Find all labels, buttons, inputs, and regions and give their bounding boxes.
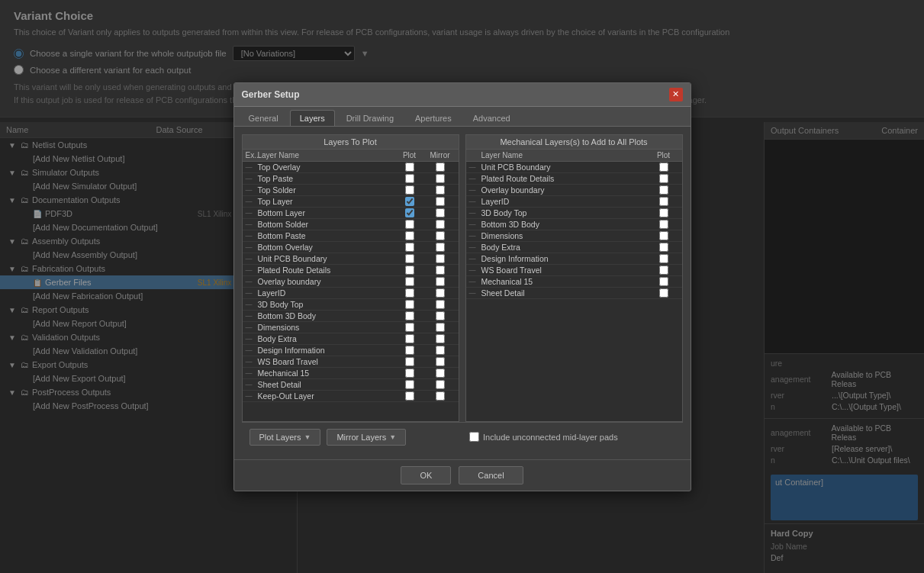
layer-row: — Top Paste [243,173,459,185]
dialog-tabs: General Layers Drill Drawing Apertures A… [234,107,691,127]
dialog-title: Gerber Setup [242,89,300,100]
mech-layer-row: — Dimensions [466,230,682,242]
mech-col-layer-name: Layer Name [481,151,649,159]
layers-to-plot: Layers To Plot Ex... Layer Name Plot Mir… [242,134,459,422]
mirror-layers-arrow: ▼ [389,433,396,441]
layer-row: — Body Extra [243,333,459,345]
plot-layers-arrow: ▼ [304,433,311,441]
ok-button[interactable]: OK [401,466,451,484]
layer-row: — Top Layer [243,196,459,208]
include-unconnected-checkbox[interactable] [469,432,479,442]
cancel-button[interactable]: Cancel [459,466,523,484]
layer-row: — Bottom Overlay [243,242,459,253]
layer-row: — Mechanical 15 [243,368,459,379]
mech-layer-row: — Mechanical 15 [466,276,682,288]
layers-container: Layers To Plot Ex... Layer Name Plot Mir… [242,134,683,422]
mech-layer-row: — Sheet Detail [466,288,682,299]
layer-row: — WS Board Travel [243,356,459,368]
col-plot: Plot [394,151,425,159]
mech-layer-row: — Bottom 3D Body [466,219,682,230]
layer-row: — Top Overlay [243,162,459,173]
layer-row: — Bottom Paste [243,230,459,242]
mirror-layers-button[interactable]: Mirror Layers ▼ [327,429,406,446]
mech-layers-title: Mechanical Layers(s) to Add to All Plots [466,135,682,150]
col-ex: Ex... [246,151,258,159]
dialog-actions: OK Cancel [234,459,691,491]
tab-layers[interactable]: Layers [290,110,335,126]
layer-row: — Dimensions [243,322,459,333]
layer-row: — Bottom 3D Body [243,311,459,322]
tab-apertures[interactable]: Apertures [405,110,462,126]
layer-row: — 3D Body Top [243,299,459,311]
gerber-setup-dialog: Gerber Setup ✕ General Layers Drill Draw… [233,82,691,491]
layer-row: — Plated Route Details [243,265,459,276]
plot-check[interactable] [405,163,414,172]
col-mirror: Mirror [425,151,456,159]
dialog-overlay: Gerber Setup ✕ General Layers Drill Draw… [0,0,924,573]
tab-advanced[interactable]: Advanced [463,110,520,126]
col-layer-name: Layer Name [258,151,394,159]
layer-row: — Top Solder [243,185,459,196]
layer-row: — Overlay boundary [243,276,459,288]
dialog-bottom-controls: Plot Layers ▼ Mirror Layers ▼ Include un… [242,422,683,452]
mech-layers-scroll[interactable]: — Unit PCB Boundary — Plated Route Detai… [466,162,682,421]
mech-layer-row: — 3D Body Top [466,208,682,219]
layers-col-header: Ex... Layer Name Plot Mirror [243,150,459,162]
layer-row: — Bottom Solder [243,219,459,230]
dialog-body: Layers To Plot Ex... Layer Name Plot Mir… [234,127,691,459]
mech-layer-row: — Unit PCB Boundary [466,162,682,173]
layers-to-plot-title: Layers To Plot [243,135,459,150]
mech-layer-row: — LayerID [466,196,682,208]
mechanical-layers: Mechanical Layers(s) to Add to All Plots… [465,134,683,422]
mech-col-header: Layer Name Plot [466,150,682,162]
layer-row: — Keep-Out Layer [243,391,459,402]
mech-layer-row: — Design Information [466,253,682,265]
mech-layer-row: — Body Extra [466,242,682,253]
layer-row: — Sheet Detail [243,379,459,391]
plot-layers-button[interactable]: Plot Layers ▼ [250,429,321,446]
mech-layer-row: — Plated Route Details [466,173,682,185]
dialog-close-button[interactable]: ✕ [669,88,683,101]
dialog-title-bar: Gerber Setup ✕ [234,83,691,107]
layer-row: — LayerID [243,288,459,299]
include-unconnected-label: Include unconnected mid-layer pads [483,433,618,442]
layers-scroll[interactable]: — Top Overlay — Top Paste — [243,162,459,421]
tab-drill-drawing[interactable]: Drill Drawing [336,110,404,126]
layer-row: — Bottom Layer [243,208,459,219]
tab-general[interactable]: General [239,110,288,126]
include-unconnected-area: Include unconnected mid-layer pads [412,432,674,442]
mirror-check[interactable] [436,163,445,172]
layer-row: — Design Information [243,345,459,356]
layer-row: — Unit PCB Boundary [243,253,459,265]
mech-layer-row: — Overlay boundary [466,185,682,196]
mech-col-plot: Plot [649,151,679,159]
mech-layer-row: — WS Board Travel [466,265,682,276]
